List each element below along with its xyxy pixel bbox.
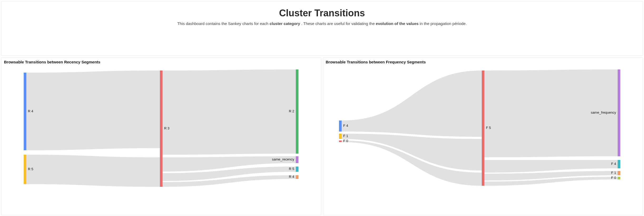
- subtitle-text: . These charts are useful for validating…: [300, 21, 376, 26]
- sankey-node[interactable]: [24, 73, 26, 150]
- header-card: Cluster Transitions This dashboard conta…: [1, 1, 643, 56]
- subtitle-text: in the propagation période.: [419, 21, 467, 26]
- sankey-node-label: R 2: [289, 109, 294, 113]
- sankey-node-label: F 1: [343, 134, 348, 138]
- sankey-links: [342, 69, 618, 186]
- page-title: Cluster Transitions: [1, 8, 643, 19]
- sankey-flow[interactable]: [26, 71, 160, 150]
- sankey-node[interactable]: [339, 134, 342, 139]
- sankey-flow[interactable]: [26, 155, 160, 187]
- sankey-flow[interactable]: [163, 69, 296, 155]
- chart-card-recency: Browsable Transitions between Recency Se…: [1, 57, 321, 215]
- subtitle-bold: evolution of the values: [376, 21, 419, 26]
- sankey-chart-frequency[interactable]: F 4F 1F 0F 5same_frequencyF 4F 1F 0: [326, 65, 639, 189]
- sankey-node-label: R 4: [289, 175, 294, 179]
- sankey-node[interactable]: [160, 71, 163, 187]
- sankey-node-label: F 5: [486, 126, 491, 130]
- subtitle-text: This dashboard contains the Sankey chart…: [177, 21, 269, 26]
- sankey-node-label: same_frequency: [591, 110, 616, 114]
- sankey-node-label: F 4: [611, 162, 616, 166]
- sankey-node-label: R 5: [28, 167, 33, 171]
- sankey-node-label: F 0: [343, 139, 348, 143]
- chart-title-frequency: Browsable Transitions between Frequency …: [326, 60, 640, 64]
- sankey-node-label: F 4: [343, 124, 348, 128]
- sankey-node[interactable]: [618, 177, 620, 179]
- dashboard-page: Cluster Transitions This dashboard conta…: [0, 0, 644, 216]
- sankey-node[interactable]: [618, 69, 620, 156]
- sankey-node[interactable]: [339, 120, 342, 132]
- sankey-flow[interactable]: [342, 134, 482, 170]
- page-subtitle: This dashboard contains the Sankey chart…: [1, 21, 643, 26]
- sankey-node[interactable]: [24, 155, 26, 184]
- charts-row: Browsable Transitions between Recency Se…: [1, 57, 643, 215]
- sankey-node[interactable]: [296, 69, 298, 154]
- sankey-chart-recency[interactable]: R 4R 5R 3R 2same_recencyR 5R 4: [4, 65, 317, 189]
- sankey-node-label: F 0: [611, 176, 616, 180]
- sankey-flow[interactable]: [342, 71, 482, 137]
- chart-card-frequency: Browsable Transitions between Frequency …: [323, 57, 643, 215]
- sankey-node-label: R 3: [164, 126, 169, 130]
- sankey-node-label: F 1: [611, 171, 616, 175]
- sankey-node[interactable]: [296, 167, 298, 172]
- sankey-flow[interactable]: [484, 160, 618, 173]
- subtitle-bold: cluster category: [269, 21, 300, 26]
- sankey-node[interactable]: [296, 175, 298, 179]
- sankey-node[interactable]: [296, 156, 298, 163]
- sankey-node[interactable]: [339, 140, 342, 142]
- sankey-node-label: same_recency: [272, 157, 294, 161]
- sankey-node[interactable]: [618, 171, 620, 175]
- sankey-node[interactable]: [482, 71, 484, 186]
- sankey-node[interactable]: [618, 160, 620, 168]
- sankey-node-label: R 5: [289, 167, 294, 171]
- chart-title-recency: Browsable Transitions between Recency Se…: [4, 60, 318, 64]
- sankey-node-label: R 4: [28, 109, 33, 113]
